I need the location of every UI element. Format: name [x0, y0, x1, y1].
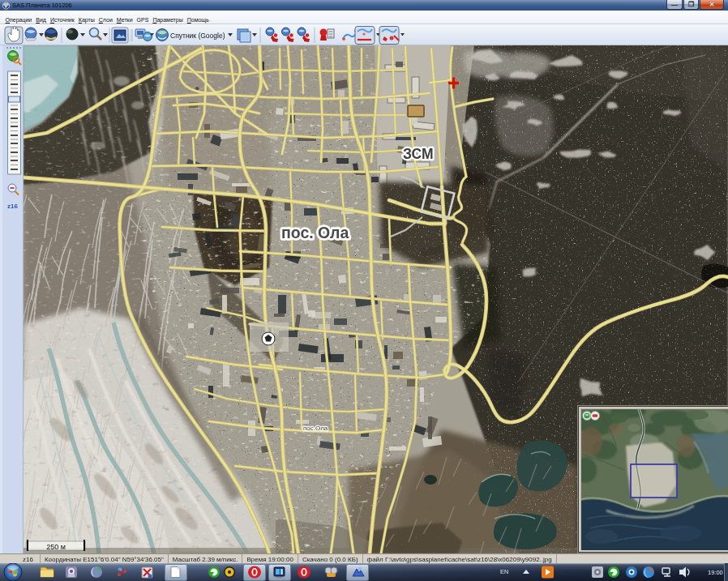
svg-text:z16: z16	[7, 203, 18, 210]
svg-text:19:00: 19:00	[708, 569, 723, 576]
svg-text:Спутник (Google): Спутник (Google)	[170, 32, 225, 40]
svg-text:EN: EN	[500, 568, 508, 575]
